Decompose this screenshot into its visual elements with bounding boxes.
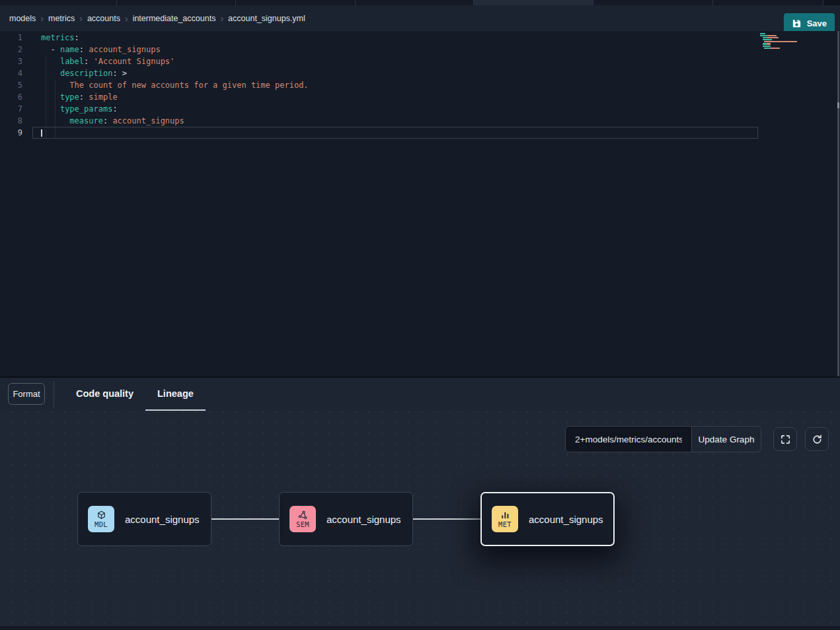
footer-strip <box>0 626 840 630</box>
tab-lineage[interactable]: Lineage <box>145 378 206 411</box>
breadcrumb-item[interactable]: models <box>9 14 36 23</box>
refresh-button[interactable] <box>805 427 829 451</box>
breadcrumb-separator-icon: › <box>125 14 128 23</box>
breadcrumb-item[interactable]: accounts <box>87 14 120 23</box>
file-tab-segment[interactable] <box>712 0 823 5</box>
code-line[interactable]: The count of new accounts for a given ti… <box>41 79 309 91</box>
graph-controls: Update Graph <box>565 426 761 452</box>
line-number: 6 <box>0 91 22 103</box>
line-number: 7 <box>0 103 22 115</box>
line-number: 3 <box>0 55 22 67</box>
node-badge-label: SEM <box>296 521 309 529</box>
lineage-node-sem[interactable]: SEMaccount_signups <box>279 492 413 546</box>
code-line[interactable]: metrics: <box>41 32 79 44</box>
code-line[interactable]: label: 'Account Signups' <box>41 55 174 67</box>
file-tab-segment[interactable] <box>235 0 355 5</box>
lineage-node-mdl[interactable]: MDLaccount_signups <box>77 492 211 546</box>
breadcrumb-item[interactable]: metrics <box>48 14 75 23</box>
ide-window: models›metrics›accounts›intermediate_acc… <box>0 0 840 630</box>
floppy-disk-icon <box>792 18 802 28</box>
node-label: account_signups <box>529 514 603 525</box>
lineage-selector-input[interactable] <box>565 426 692 452</box>
code-line[interactable]: measure: account_signups <box>41 115 184 127</box>
line-number: 1 <box>0 32 22 44</box>
breadcrumb-item[interactable]: intermediate_accounts <box>133 14 216 23</box>
refresh-icon <box>812 434 823 445</box>
breadcrumb-separator-icon: › <box>40 14 44 23</box>
line-number: 8 <box>0 115 22 127</box>
code-line[interactable]: type_params: <box>41 103 118 115</box>
node-badge-met: MET <box>492 506 518 532</box>
file-tab-segment[interactable] <box>116 0 235 5</box>
node-label: account_signups <box>125 514 200 525</box>
fullscreen-icon <box>780 434 791 445</box>
line-number: 2 <box>0 44 22 55</box>
line-number: 4 <box>0 67 22 79</box>
lineage-node-met[interactable]: METaccount_signups <box>480 492 615 546</box>
cube-icon <box>96 510 107 521</box>
code-editor[interactable]: 123456789 metrics: - name: account_signu… <box>0 31 840 376</box>
file-tab-segment[interactable] <box>473 0 593 5</box>
bottom-panel-tabs: Code qualityLineage <box>64 378 206 411</box>
node-label: account_signups <box>326 514 401 525</box>
code-line[interactable]: type: simple <box>41 91 118 103</box>
header-divider <box>54 381 54 407</box>
current-line-highlight <box>32 127 758 139</box>
node-badge-sem: SEM <box>289 506 316 532</box>
editor-minimap[interactable] <box>760 32 820 52</box>
lineage-panel: Update Graph MDLaccount_signupsSEMaccoun… <box>0 411 840 630</box>
breadcrumb: models›metrics›accounts›intermediate_acc… <box>9 14 305 23</box>
breadcrumb-separator-icon: › <box>220 14 223 23</box>
breadcrumb-bar: models›metrics›accounts›intermediate_acc… <box>0 5 840 31</box>
editor-scrollbar-thumb[interactable] <box>837 102 839 108</box>
node-badge-label: MDL <box>95 521 108 529</box>
breadcrumb-item[interactable]: account_signups.yml <box>228 14 305 23</box>
tab-code-quality[interactable]: Code quality <box>64 378 145 411</box>
code-line[interactable]: description: > <box>41 67 127 79</box>
update-graph-button[interactable]: Update Graph <box>692 426 761 452</box>
file-tab-segment[interactable] <box>593 0 712 5</box>
file-tab-segment[interactable] <box>0 0 116 5</box>
breadcrumb-separator-icon: › <box>79 14 83 23</box>
code-line[interactable]: - name: account_signups <box>41 44 161 55</box>
save-button-label: Save <box>807 18 827 28</box>
fullscreen-button[interactable] <box>773 427 797 451</box>
semantic-graph-icon <box>297 510 309 521</box>
file-tab-strip <box>0 0 840 5</box>
text-cursor <box>41 129 42 137</box>
file-tab-segment[interactable] <box>355 0 473 5</box>
editor-scrollbar[interactable] <box>837 31 839 376</box>
node-badge-mdl: MDL <box>88 506 114 532</box>
file-tab-segment[interactable] <box>823 0 840 5</box>
bar-chart-icon <box>500 510 511 521</box>
lineage-edge <box>413 518 480 520</box>
line-number: 9 <box>0 127 22 139</box>
bottom-panel-header: Format Code qualityLineage <box>0 378 840 411</box>
line-number: 5 <box>0 79 22 91</box>
node-badge-label: MET <box>498 521 512 529</box>
lineage-edge <box>211 518 279 520</box>
format-button[interactable]: Format <box>8 383 45 405</box>
